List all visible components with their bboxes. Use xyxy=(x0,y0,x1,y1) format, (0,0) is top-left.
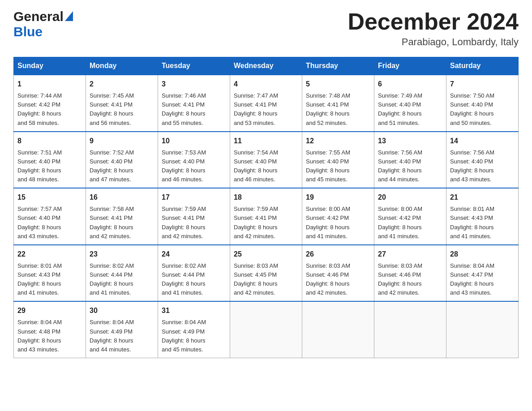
calendar-cell: 20Sunrise: 8:00 AMSunset: 4:42 PMDayligh… xyxy=(374,188,446,245)
day-number: 30 xyxy=(90,305,154,316)
calendar-cell: 30Sunrise: 8:04 AMSunset: 4:49 PMDayligh… xyxy=(86,301,158,358)
day-info: Sunrise: 7:59 AMSunset: 4:41 PMDaylight:… xyxy=(162,205,226,241)
header-day-friday: Friday xyxy=(374,57,446,75)
calendar-cell: 6Sunrise: 7:49 AMSunset: 4:40 PMDaylight… xyxy=(374,75,446,132)
calendar-header-row: SundayMondayTuesdayWednesdayThursdayFrid… xyxy=(14,57,519,75)
day-info: Sunrise: 8:02 AMSunset: 4:44 PMDaylight:… xyxy=(162,261,226,298)
calendar-cell: 3Sunrise: 7:46 AMSunset: 4:41 PMDaylight… xyxy=(158,75,230,132)
day-info: Sunrise: 8:00 AMSunset: 4:42 PMDaylight:… xyxy=(378,205,442,241)
day-info: Sunrise: 8:00 AMSunset: 4:42 PMDaylight:… xyxy=(306,205,370,241)
day-info: Sunrise: 7:56 AMSunset: 4:40 PMDaylight:… xyxy=(378,148,442,184)
calendar-cell: 8Sunrise: 7:51 AMSunset: 4:40 PMDaylight… xyxy=(14,132,86,188)
day-info: Sunrise: 7:45 AMSunset: 4:41 PMDaylight:… xyxy=(90,91,154,128)
day-number: 13 xyxy=(378,136,442,146)
day-info: Sunrise: 7:55 AMSunset: 4:40 PMDaylight:… xyxy=(306,148,370,184)
calendar-cell: 16Sunrise: 7:58 AMSunset: 4:41 PMDayligh… xyxy=(86,188,158,245)
calendar-cell xyxy=(374,301,446,358)
calendar-cell xyxy=(230,301,302,358)
calendar-cell: 13Sunrise: 7:56 AMSunset: 4:40 PMDayligh… xyxy=(374,132,446,188)
day-number: 24 xyxy=(162,249,226,260)
page-header: General Blue December 2024 Parabiago, Lo… xyxy=(13,9,519,48)
calendar-table: SundayMondayTuesdayWednesdayThursdayFrid… xyxy=(13,57,519,358)
day-number: 19 xyxy=(306,192,370,203)
day-number: 11 xyxy=(234,136,298,146)
logo-general-text: General xyxy=(13,9,64,24)
day-info: Sunrise: 8:01 AMSunset: 4:43 PMDaylight:… xyxy=(17,261,82,298)
day-number: 25 xyxy=(234,249,298,260)
calendar-cell: 27Sunrise: 8:03 AMSunset: 4:46 PMDayligh… xyxy=(374,245,446,302)
calendar-cell: 18Sunrise: 7:59 AMSunset: 4:41 PMDayligh… xyxy=(230,188,302,245)
day-number: 29 xyxy=(17,305,82,316)
calendar-week-row-2: 8Sunrise: 7:51 AMSunset: 4:40 PMDaylight… xyxy=(14,132,519,188)
calendar-cell: 12Sunrise: 7:55 AMSunset: 4:40 PMDayligh… xyxy=(302,132,374,188)
day-number: 23 xyxy=(90,249,154,260)
day-info: Sunrise: 8:01 AMSunset: 4:43 PMDaylight:… xyxy=(450,205,515,241)
day-info: Sunrise: 8:04 AMSunset: 4:49 PMDaylight:… xyxy=(90,318,154,354)
calendar-cell: 22Sunrise: 8:01 AMSunset: 4:43 PMDayligh… xyxy=(14,245,86,302)
day-number: 16 xyxy=(90,192,154,203)
day-number: 18 xyxy=(234,192,298,203)
logo-blue-text: Blue xyxy=(13,24,43,39)
calendar-cell: 25Sunrise: 8:03 AMSunset: 4:45 PMDayligh… xyxy=(230,245,302,302)
calendar-week-row-5: 29Sunrise: 8:04 AMSunset: 4:48 PMDayligh… xyxy=(14,301,519,358)
day-number: 31 xyxy=(162,305,226,316)
day-info: Sunrise: 7:47 AMSunset: 4:41 PMDaylight:… xyxy=(234,91,298,128)
day-number: 20 xyxy=(378,192,442,203)
day-info: Sunrise: 8:04 AMSunset: 4:49 PMDaylight:… xyxy=(162,318,226,354)
calendar-cell: 9Sunrise: 7:52 AMSunset: 4:40 PMDaylight… xyxy=(86,132,158,188)
header-day-tuesday: Tuesday xyxy=(158,57,230,75)
day-number: 10 xyxy=(162,136,226,146)
calendar-cell: 7Sunrise: 7:50 AMSunset: 4:40 PMDaylight… xyxy=(446,75,519,132)
calendar-cell: 19Sunrise: 8:00 AMSunset: 4:42 PMDayligh… xyxy=(302,188,374,245)
day-info: Sunrise: 8:03 AMSunset: 4:46 PMDaylight:… xyxy=(378,261,442,298)
day-info: Sunrise: 8:02 AMSunset: 4:44 PMDaylight:… xyxy=(90,261,154,298)
day-info: Sunrise: 8:03 AMSunset: 4:46 PMDaylight:… xyxy=(306,261,370,298)
day-number: 22 xyxy=(17,249,82,260)
logo: General Blue xyxy=(13,9,73,39)
day-number: 8 xyxy=(17,136,82,146)
calendar-cell: 29Sunrise: 8:04 AMSunset: 4:48 PMDayligh… xyxy=(14,301,86,358)
calendar-cell: 10Sunrise: 7:53 AMSunset: 4:40 PMDayligh… xyxy=(158,132,230,188)
location-subtitle: Parabiago, Lombardy, Italy xyxy=(348,36,519,48)
day-info: Sunrise: 7:57 AMSunset: 4:40 PMDaylight:… xyxy=(17,205,82,241)
day-info: Sunrise: 7:49 AMSunset: 4:40 PMDaylight:… xyxy=(378,91,442,128)
header-day-thursday: Thursday xyxy=(302,57,374,75)
day-info: Sunrise: 7:58 AMSunset: 4:41 PMDaylight:… xyxy=(90,205,154,241)
day-info: Sunrise: 7:52 AMSunset: 4:40 PMDaylight:… xyxy=(90,148,154,184)
calendar-cell xyxy=(446,301,519,358)
calendar-cell: 24Sunrise: 8:02 AMSunset: 4:44 PMDayligh… xyxy=(158,245,230,302)
day-number: 2 xyxy=(90,79,154,90)
day-number: 1 xyxy=(17,79,82,90)
calendar-cell: 4Sunrise: 7:47 AMSunset: 4:41 PMDaylight… xyxy=(230,75,302,132)
calendar-cell xyxy=(302,301,374,358)
title-section: December 2024 Parabiago, Lombardy, Italy xyxy=(348,9,519,48)
month-year-title: December 2024 xyxy=(348,9,519,34)
day-number: 14 xyxy=(450,136,515,146)
calendar-cell: 17Sunrise: 7:59 AMSunset: 4:41 PMDayligh… xyxy=(158,188,230,245)
calendar-cell: 11Sunrise: 7:54 AMSunset: 4:40 PMDayligh… xyxy=(230,132,302,188)
calendar-week-row-3: 15Sunrise: 7:57 AMSunset: 4:40 PMDayligh… xyxy=(14,188,519,245)
day-number: 3 xyxy=(162,79,226,90)
day-number: 4 xyxy=(234,79,298,90)
day-info: Sunrise: 7:54 AMSunset: 4:40 PMDaylight:… xyxy=(234,148,298,184)
day-number: 21 xyxy=(450,192,515,203)
day-info: Sunrise: 8:04 AMSunset: 4:48 PMDaylight:… xyxy=(17,318,82,354)
calendar-cell: 2Sunrise: 7:45 AMSunset: 4:41 PMDaylight… xyxy=(86,75,158,132)
day-info: Sunrise: 7:56 AMSunset: 4:40 PMDaylight:… xyxy=(450,148,515,184)
calendar-cell: 14Sunrise: 7:56 AMSunset: 4:40 PMDayligh… xyxy=(446,132,519,188)
day-number: 7 xyxy=(450,79,515,90)
day-number: 9 xyxy=(90,136,154,146)
day-number: 5 xyxy=(306,79,370,90)
calendar-week-row-4: 22Sunrise: 8:01 AMSunset: 4:43 PMDayligh… xyxy=(14,245,519,302)
calendar-cell: 28Sunrise: 8:04 AMSunset: 4:47 PMDayligh… xyxy=(446,245,519,302)
calendar-cell: 23Sunrise: 8:02 AMSunset: 4:44 PMDayligh… xyxy=(86,245,158,302)
calendar-cell: 5Sunrise: 7:48 AMSunset: 4:41 PMDaylight… xyxy=(302,75,374,132)
day-number: 15 xyxy=(17,192,82,203)
day-info: Sunrise: 7:46 AMSunset: 4:41 PMDaylight:… xyxy=(162,91,226,128)
day-info: Sunrise: 7:51 AMSunset: 4:40 PMDaylight:… xyxy=(17,148,82,184)
calendar-cell: 31Sunrise: 8:04 AMSunset: 4:49 PMDayligh… xyxy=(158,301,230,358)
calendar-week-row-1: 1Sunrise: 7:44 AMSunset: 4:42 PMDaylight… xyxy=(14,75,519,132)
day-info: Sunrise: 8:03 AMSunset: 4:45 PMDaylight:… xyxy=(234,261,298,298)
day-info: Sunrise: 8:04 AMSunset: 4:47 PMDaylight:… xyxy=(450,261,515,298)
header-day-monday: Monday xyxy=(86,57,158,75)
